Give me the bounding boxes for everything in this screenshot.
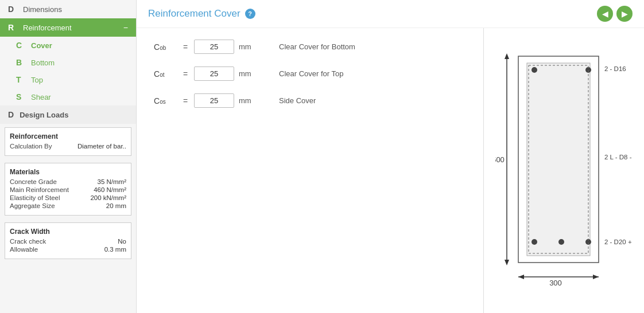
info-row-elasticity: Elasticity of Steel 200 kN/mm² [10,194,126,201]
info-row-aggregate: Aggregate Size 20 mm [10,202,126,209]
page-title-area: Reinforcement Cover ? [148,8,255,19]
info-box-crack-title: Crack Width [10,228,126,236]
help-icon[interactable]: ? [245,9,255,19]
sidebar-sub-letter-t: T [16,75,25,84]
sidebar: D Dimensions R Reinforcement − C Cover B… [0,0,137,313]
top-rebar-label: 2 - D16 [604,65,626,72]
crack-check-val: No [118,238,126,245]
input-cot[interactable] [194,66,234,81]
info-row-calc-by: Calculation By Diameter of bar.. [10,143,126,150]
main-reinf-key: Main Reinforcement [10,186,69,193]
svg-point-8 [558,239,564,245]
sidebar-sub-label-top: Top [31,76,43,84]
main-reinf-val: 460 N/mm² [94,186,126,193]
calc-by-val: Diameter of bar.. [77,143,126,150]
body-area: Cob = mm Clear Cover for Bottom Cot = mm… [137,28,644,313]
nav-next-button[interactable]: ▶ [616,6,633,22]
allowable-val: 0.3 mm [104,246,126,253]
page-title: Reinforcement Cover [148,8,240,19]
sidebar-sub-item-bottom[interactable]: B Bottom [0,54,136,71]
info-box-materials-title: Materials [10,168,126,176]
sidebar-item-reinforcement[interactable]: R Reinforcement − [0,18,136,37]
info-box-crack-width: Crack Width Crack check No Allowable 0.3… [5,222,131,259]
svg-point-5 [532,67,537,73]
sidebar-sec-label-design-loads: Design Loads [20,111,68,119]
collapse-icon: − [123,23,128,32]
unit-cos: mm [239,96,267,105]
sidebar-label-dimensions: Dimensions [23,5,62,14]
unit-cot: mm [239,69,267,78]
sidebar-sub-item-cover[interactable]: C Cover [0,37,136,54]
concrete-key: Concrete Grade [10,178,57,185]
desc-cos: Side Cover [279,96,316,105]
form-row-cos: Cos = mm Side Cover [154,93,466,108]
unit-cob: mm [239,42,267,51]
elasticity-key: Elasticity of Steel [10,194,60,201]
aggregate-val: 20 mm [106,202,126,209]
eq-sign-cos: = [177,96,194,105]
form-label-cot: Cot [154,69,177,79]
sidebar-letter-d: D [8,5,17,14]
sidebar-sub-label-bottom: Bottom [31,58,55,67]
form-area: Cob = mm Clear Cover for Bottom Cot = mm… [137,28,483,313]
sidebar-sub-item-shear[interactable]: S Shear [0,88,136,105]
sidebar-sub-letter-b: B [16,58,25,67]
diagram-area: 300 600 2 - D16 2 L - D8 - 200 2 - D20 +… [483,28,644,313]
sidebar-item-dimensions[interactable]: D Dimensions [0,0,136,18]
allowable-key: Allowable [10,246,38,253]
input-cos[interactable] [194,93,234,108]
form-label-cob: Cob [154,42,177,52]
top-bar: Reinforcement Cover ? ◀ ▶ [137,0,644,28]
sidebar-sec-letter-d: D [8,110,14,119]
svg-marker-2 [505,260,509,265]
info-box-materials: Materials Concrete Grade 35 N/mm² Main R… [5,163,131,216]
nav-prev-button[interactable]: ◀ [597,6,613,22]
svg-rect-4 [527,63,590,256]
svg-marker-12 [518,275,524,279]
info-box-reinforcement-title: Reinforcement [10,132,126,140]
sidebar-letter-r: R [8,23,17,32]
concrete-val: 35 N/mm² [98,178,126,185]
svg-marker-13 [593,275,599,279]
eq-sign-cot: = [177,69,194,79]
elasticity-val: 200 kN/mm² [90,194,126,201]
sidebar-label-reinforcement: Reinforcement [23,24,72,32]
crack-check-key: Crack check [10,238,46,245]
form-row-cot: Cot = mm Clear Cover for Top [154,66,466,81]
width-label: 300 [549,279,562,287]
eq-sign-cob: = [177,42,194,52]
info-row-concrete: Concrete Grade 35 N/mm² [10,178,126,185]
svg-point-7 [532,239,537,245]
nav-arrows: ◀ ▶ [597,6,633,22]
desc-cot: Clear Cover for Top [279,69,343,78]
side-rebar-label: 2 L - D8 - 200 [604,154,633,161]
sidebar-sub-letter-c: C [16,41,25,50]
svg-marker-1 [505,53,509,59]
height-label: 600 [495,155,505,164]
info-row-allowable: Allowable 0.3 mm [10,246,126,253]
sidebar-section-design-loads[interactable]: D Design Loads [0,105,136,124]
bottom-rebar-label: 2 - D20 + 1 - D16 [604,238,633,245]
sidebar-sub-label-cover: Cover [31,41,52,50]
info-box-reinforcement: Reinforcement Calculation By Diameter of… [5,127,131,156]
form-row-cob: Cob = mm Clear Cover for Bottom [154,40,466,54]
content-area: Reinforcement Cover ? ◀ ▶ Cob = mm Clear… [137,0,644,313]
sidebar-sub-item-top[interactable]: T Top [0,71,136,88]
calc-by-key: Calculation By [10,143,52,150]
info-row-main-reinf: Main Reinforcement 460 N/mm² [10,186,126,193]
info-row-crack-check: Crack check No [10,238,126,245]
form-label-cos: Cos [154,96,177,105]
section-diagram: 300 600 2 - D16 2 L - D8 - 200 2 - D20 +… [495,50,633,291]
input-cob[interactable] [194,40,234,54]
aggregate-key: Aggregate Size [10,202,55,209]
sidebar-sub-label-shear: Shear [31,93,51,101]
desc-cob: Clear Cover for Bottom [279,42,355,51]
sidebar-sub-letter-s: S [16,92,25,101]
